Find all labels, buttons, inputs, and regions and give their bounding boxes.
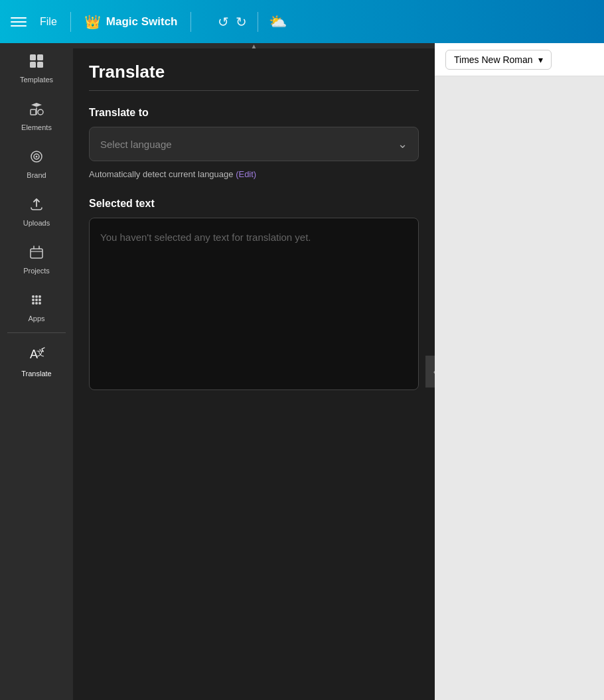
svg-rect-2 (30, 62, 36, 68)
svg-point-12 (38, 295, 41, 298)
sidebar-item-uploads[interactable]: Uploads (0, 186, 73, 234)
svg-point-8 (36, 156, 38, 158)
svg-point-16 (32, 302, 35, 305)
svg-point-5 (38, 109, 43, 115)
undo-button[interactable]: ↺ (218, 14, 229, 30)
templates-icon (28, 52, 45, 72)
sidebar-divider (7, 332, 66, 333)
apps-icon (28, 291, 45, 311)
elements-icon (28, 100, 45, 120)
topbar-divider-3 (258, 12, 258, 32)
panel-content: Translate Translate to Select language ⌄… (73, 48, 435, 700)
selected-text-label: Selected text (89, 198, 419, 210)
edit-link[interactable]: (Edit) (236, 169, 256, 179)
cloud-save-button[interactable]: ⛅ (269, 13, 287, 31)
sidebar: Templates Elements Brand (0, 43, 73, 700)
sidebar-item-elements[interactable]: Elements (0, 91, 73, 139)
brand-label: Brand (27, 171, 46, 179)
language-select-dropdown[interactable]: Select language ⌄ (89, 127, 419, 161)
panel-collapse-handle[interactable]: ‹ (425, 356, 435, 387)
svg-point-15 (38, 299, 41, 301)
font-chevron-icon: ▾ (538, 54, 543, 65)
elements-label: Elements (21, 123, 52, 131)
svg-point-18 (38, 302, 41, 305)
file-menu[interactable]: File (40, 16, 57, 28)
menu-button[interactable] (11, 17, 27, 27)
svg-rect-9 (31, 249, 42, 258)
projects-label: Projects (23, 267, 50, 275)
translate-label: Translate (21, 370, 51, 378)
topbar-divider-1 (70, 12, 71, 32)
svg-rect-0 (30, 54, 36, 60)
svg-text:文: 文 (37, 348, 44, 358)
redo-button[interactable]: ↻ (236, 14, 247, 30)
apps-label: Apps (28, 315, 44, 322)
sidebar-item-translate[interactable]: A 文 Translate (0, 336, 73, 385)
topbar-divider-2 (190, 12, 191, 32)
sidebar-item-templates[interactable]: Templates (0, 43, 73, 91)
font-name-label: Times New Roman (454, 54, 533, 65)
magic-switch-button[interactable]: 👑 Magic Switch (84, 14, 178, 30)
projects-icon (28, 244, 45, 263)
auto-detect-text: Automatically detect current language (E… (89, 169, 419, 179)
svg-rect-4 (31, 109, 36, 115)
svg-rect-1 (37, 54, 43, 60)
canvas-body (435, 76, 604, 700)
auto-detect-label: Automatically detect current language (89, 169, 234, 179)
main-layout: Templates Elements Brand (0, 43, 604, 700)
svg-point-13 (32, 299, 35, 301)
language-select-placeholder: Select language (100, 139, 172, 150)
svg-point-14 (35, 299, 38, 301)
uploads-icon (28, 196, 45, 216)
sidebar-item-brand[interactable]: Brand (0, 139, 73, 186)
panel-title: Translate (89, 62, 419, 91)
templates-label: Templates (20, 76, 53, 84)
canvas-toolbar: Times New Roman ▾ (435, 43, 604, 76)
canvas-area: Times New Roman ▾ (435, 43, 604, 700)
svg-point-17 (35, 302, 38, 305)
magic-switch-label: Magic Switch (106, 15, 178, 29)
translate-to-label: Translate to (89, 107, 419, 119)
svg-point-11 (35, 295, 38, 298)
crown-icon: 👑 (84, 14, 101, 30)
scroll-indicator: ▲ (73, 43, 435, 48)
selected-text-box: You haven't selected any text for transl… (89, 218, 419, 390)
topbar-actions: ↺ ↻ ⛅ (218, 12, 287, 32)
svg-rect-3 (37, 62, 43, 68)
sidebar-item-apps[interactable]: Apps (0, 282, 73, 330)
svg-point-10 (32, 295, 35, 298)
translate-icon: A 文 (27, 345, 46, 366)
panel-area: ▲ Translate Translate to Select language… (73, 43, 435, 700)
language-chevron-icon: ⌄ (398, 137, 408, 151)
brand-icon (28, 148, 45, 168)
topbar: File 👑 Magic Switch ↺ ↻ ⛅ (0, 0, 604, 43)
font-select-dropdown[interactable]: Times New Roman ▾ (445, 50, 552, 70)
uploads-label: Uploads (23, 219, 50, 227)
sidebar-item-projects[interactable]: Projects (0, 234, 73, 282)
